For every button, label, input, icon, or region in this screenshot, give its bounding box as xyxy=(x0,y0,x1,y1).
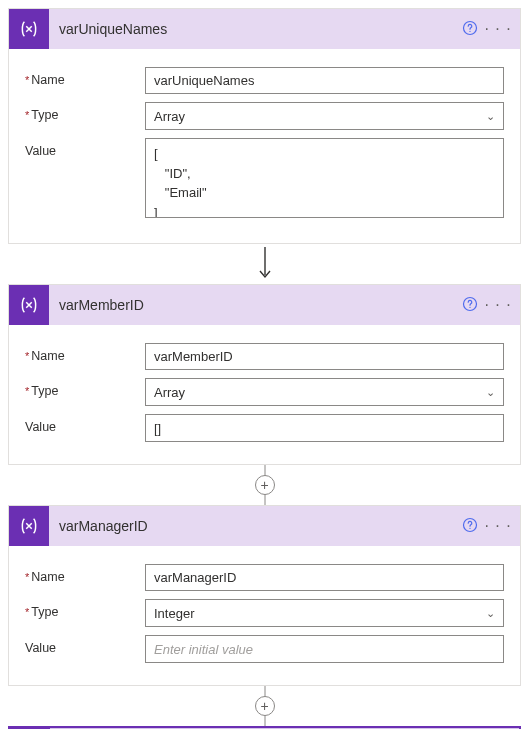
value-input[interactable] xyxy=(145,635,504,663)
value-label: Value xyxy=(25,635,145,655)
svg-point-7 xyxy=(469,527,470,528)
action-card: varMemberID· · ·NameTypeArray⌄Value xyxy=(8,284,521,465)
type-label: Type xyxy=(25,102,145,122)
name-input[interactable] xyxy=(145,564,504,591)
variable-icon xyxy=(9,506,49,546)
help-icon[interactable] xyxy=(456,20,484,39)
card-header[interactable]: varUniqueNames· · · xyxy=(9,9,520,49)
action-card: varManagerID· · ·NameTypeInteger⌄Value xyxy=(8,505,521,686)
type-label: Type xyxy=(25,599,145,619)
type-select-value: Integer xyxy=(154,606,194,621)
more-icon[interactable]: · · · xyxy=(484,296,512,314)
card-body: NameTypeArray⌄Value xyxy=(9,325,520,464)
name-input[interactable] xyxy=(145,67,504,94)
connector xyxy=(8,244,521,284)
more-icon[interactable]: · · · xyxy=(484,20,512,38)
value-label: Value xyxy=(25,414,145,434)
type-label: Type xyxy=(25,378,145,398)
name-input[interactable] xyxy=(145,343,504,370)
type-select[interactable]: Array⌄ xyxy=(145,378,504,406)
type-select[interactable]: Array⌄ xyxy=(145,102,504,130)
more-icon[interactable]: · · · xyxy=(484,517,512,535)
chevron-down-icon: ⌄ xyxy=(486,110,495,123)
type-select-value: Array xyxy=(154,385,185,400)
add-step-button[interactable]: + xyxy=(255,475,275,495)
value-label: Value xyxy=(25,138,145,158)
card-title: varManagerID xyxy=(49,518,456,534)
action-card: varUniqueNames· · ·NameTypeArray⌄Value xyxy=(8,8,521,244)
card-title: varMemberID xyxy=(49,297,456,313)
svg-point-4 xyxy=(469,306,470,307)
type-select-value: Array xyxy=(154,109,185,124)
name-label: Name xyxy=(25,564,145,584)
variable-icon xyxy=(9,285,49,325)
chevron-down-icon: ⌄ xyxy=(486,607,495,620)
value-input[interactable] xyxy=(145,414,504,442)
type-select[interactable]: Integer⌄ xyxy=(145,599,504,627)
help-icon[interactable] xyxy=(456,517,484,536)
card-header[interactable]: varMemberID· · · xyxy=(9,285,520,325)
help-icon[interactable] xyxy=(456,296,484,315)
svg-point-1 xyxy=(469,30,470,31)
card-header[interactable]: varManagerID· · · xyxy=(9,506,520,546)
value-input[interactable] xyxy=(145,138,504,218)
name-label: Name xyxy=(25,67,145,87)
add-step-button[interactable]: + xyxy=(255,696,275,716)
card-title: varUniqueNames xyxy=(49,21,456,37)
card-body: NameTypeArray⌄Value xyxy=(9,49,520,243)
connector: + xyxy=(8,465,521,505)
card-body: NameTypeInteger⌄Value xyxy=(9,546,520,685)
variable-icon xyxy=(9,9,49,49)
connector: + xyxy=(8,686,521,726)
name-label: Name xyxy=(25,343,145,363)
chevron-down-icon: ⌄ xyxy=(486,386,495,399)
